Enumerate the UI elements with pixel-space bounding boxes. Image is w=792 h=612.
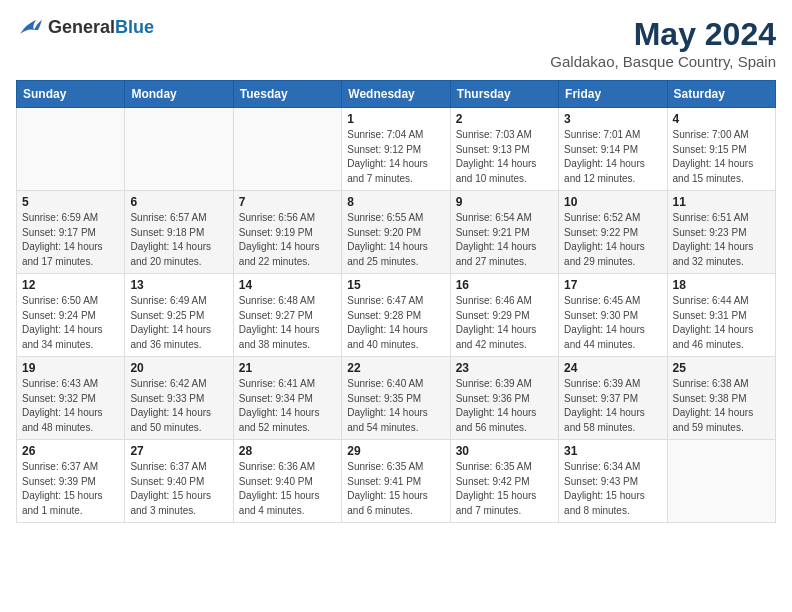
calendar-cell: 28Sunrise: 6:36 AM Sunset: 9:40 PM Dayli…: [233, 440, 341, 523]
day-info: Sunrise: 6:37 AM Sunset: 9:40 PM Dayligh…: [130, 460, 227, 518]
logo: GeneralBlue: [16, 16, 154, 38]
day-number: 21: [239, 361, 336, 375]
day-info: Sunrise: 6:45 AM Sunset: 9:30 PM Dayligh…: [564, 294, 661, 352]
day-info: Sunrise: 6:39 AM Sunset: 9:36 PM Dayligh…: [456, 377, 553, 435]
weekday-header-wednesday: Wednesday: [342, 81, 450, 108]
page-header: GeneralBlue May 2024 Galdakao, Basque Co…: [16, 16, 776, 70]
day-info: Sunrise: 6:37 AM Sunset: 9:39 PM Dayligh…: [22, 460, 119, 518]
day-info: Sunrise: 6:47 AM Sunset: 9:28 PM Dayligh…: [347, 294, 444, 352]
day-number: 2: [456, 112, 553, 126]
calendar-table: SundayMondayTuesdayWednesdayThursdayFrid…: [16, 80, 776, 523]
calendar-cell: 14Sunrise: 6:48 AM Sunset: 9:27 PM Dayli…: [233, 274, 341, 357]
day-number: 7: [239, 195, 336, 209]
calendar-cell: 4Sunrise: 7:00 AM Sunset: 9:15 PM Daylig…: [667, 108, 775, 191]
day-info: Sunrise: 6:55 AM Sunset: 9:20 PM Dayligh…: [347, 211, 444, 269]
day-info: Sunrise: 6:34 AM Sunset: 9:43 PM Dayligh…: [564, 460, 661, 518]
day-info: Sunrise: 6:36 AM Sunset: 9:40 PM Dayligh…: [239, 460, 336, 518]
day-info: Sunrise: 6:57 AM Sunset: 9:18 PM Dayligh…: [130, 211, 227, 269]
calendar-cell: 22Sunrise: 6:40 AM Sunset: 9:35 PM Dayli…: [342, 357, 450, 440]
day-info: Sunrise: 6:52 AM Sunset: 9:22 PM Dayligh…: [564, 211, 661, 269]
day-info: Sunrise: 6:46 AM Sunset: 9:29 PM Dayligh…: [456, 294, 553, 352]
day-info: Sunrise: 6:39 AM Sunset: 9:37 PM Dayligh…: [564, 377, 661, 435]
day-number: 28: [239, 444, 336, 458]
calendar-cell: 27Sunrise: 6:37 AM Sunset: 9:40 PM Dayli…: [125, 440, 233, 523]
logo-icon: [16, 16, 44, 38]
calendar-week-row: 19Sunrise: 6:43 AM Sunset: 9:32 PM Dayli…: [17, 357, 776, 440]
day-number: 12: [22, 278, 119, 292]
calendar-cell: 24Sunrise: 6:39 AM Sunset: 9:37 PM Dayli…: [559, 357, 667, 440]
day-number: 5: [22, 195, 119, 209]
day-number: 11: [673, 195, 770, 209]
day-number: 30: [456, 444, 553, 458]
title-block: May 2024 Galdakao, Basque Country, Spain: [550, 16, 776, 70]
main-title: May 2024: [550, 16, 776, 53]
calendar-cell: 15Sunrise: 6:47 AM Sunset: 9:28 PM Dayli…: [342, 274, 450, 357]
day-number: 26: [22, 444, 119, 458]
day-info: Sunrise: 6:48 AM Sunset: 9:27 PM Dayligh…: [239, 294, 336, 352]
calendar-header-row: SundayMondayTuesdayWednesdayThursdayFrid…: [17, 81, 776, 108]
calendar-cell: 25Sunrise: 6:38 AM Sunset: 9:38 PM Dayli…: [667, 357, 775, 440]
day-number: 17: [564, 278, 661, 292]
calendar-cell: 31Sunrise: 6:34 AM Sunset: 9:43 PM Dayli…: [559, 440, 667, 523]
calendar-cell: 19Sunrise: 6:43 AM Sunset: 9:32 PM Dayli…: [17, 357, 125, 440]
day-info: Sunrise: 6:42 AM Sunset: 9:33 PM Dayligh…: [130, 377, 227, 435]
day-info: Sunrise: 6:35 AM Sunset: 9:42 PM Dayligh…: [456, 460, 553, 518]
day-info: Sunrise: 6:43 AM Sunset: 9:32 PM Dayligh…: [22, 377, 119, 435]
day-number: 13: [130, 278, 227, 292]
calendar-cell: [125, 108, 233, 191]
day-info: Sunrise: 6:38 AM Sunset: 9:38 PM Dayligh…: [673, 377, 770, 435]
calendar-cell: 13Sunrise: 6:49 AM Sunset: 9:25 PM Dayli…: [125, 274, 233, 357]
day-number: 14: [239, 278, 336, 292]
calendar-cell: 7Sunrise: 6:56 AM Sunset: 9:19 PM Daylig…: [233, 191, 341, 274]
day-info: Sunrise: 7:03 AM Sunset: 9:13 PM Dayligh…: [456, 128, 553, 186]
calendar-cell: 5Sunrise: 6:59 AM Sunset: 9:17 PM Daylig…: [17, 191, 125, 274]
weekday-header-thursday: Thursday: [450, 81, 558, 108]
calendar-cell: 18Sunrise: 6:44 AM Sunset: 9:31 PM Dayli…: [667, 274, 775, 357]
calendar-cell: 10Sunrise: 6:52 AM Sunset: 9:22 PM Dayli…: [559, 191, 667, 274]
calendar-cell: 20Sunrise: 6:42 AM Sunset: 9:33 PM Dayli…: [125, 357, 233, 440]
day-number: 27: [130, 444, 227, 458]
day-number: 16: [456, 278, 553, 292]
calendar-cell: 3Sunrise: 7:01 AM Sunset: 9:14 PM Daylig…: [559, 108, 667, 191]
calendar-cell: [667, 440, 775, 523]
day-number: 23: [456, 361, 553, 375]
day-info: Sunrise: 7:00 AM Sunset: 9:15 PM Dayligh…: [673, 128, 770, 186]
weekday-header-friday: Friday: [559, 81, 667, 108]
day-number: 4: [673, 112, 770, 126]
day-info: Sunrise: 6:54 AM Sunset: 9:21 PM Dayligh…: [456, 211, 553, 269]
day-number: 3: [564, 112, 661, 126]
day-number: 6: [130, 195, 227, 209]
day-number: 15: [347, 278, 444, 292]
calendar-cell: 30Sunrise: 6:35 AM Sunset: 9:42 PM Dayli…: [450, 440, 558, 523]
day-number: 19: [22, 361, 119, 375]
day-number: 24: [564, 361, 661, 375]
calendar-cell: 23Sunrise: 6:39 AM Sunset: 9:36 PM Dayli…: [450, 357, 558, 440]
day-info: Sunrise: 7:01 AM Sunset: 9:14 PM Dayligh…: [564, 128, 661, 186]
weekday-header-tuesday: Tuesday: [233, 81, 341, 108]
calendar-cell: 26Sunrise: 6:37 AM Sunset: 9:39 PM Dayli…: [17, 440, 125, 523]
calendar-cell: [233, 108, 341, 191]
subtitle: Galdakao, Basque Country, Spain: [550, 53, 776, 70]
day-info: Sunrise: 6:41 AM Sunset: 9:34 PM Dayligh…: [239, 377, 336, 435]
calendar-week-row: 1Sunrise: 7:04 AM Sunset: 9:12 PM Daylig…: [17, 108, 776, 191]
day-number: 20: [130, 361, 227, 375]
calendar-week-row: 26Sunrise: 6:37 AM Sunset: 9:39 PM Dayli…: [17, 440, 776, 523]
day-info: Sunrise: 6:50 AM Sunset: 9:24 PM Dayligh…: [22, 294, 119, 352]
calendar-week-row: 12Sunrise: 6:50 AM Sunset: 9:24 PM Dayli…: [17, 274, 776, 357]
day-info: Sunrise: 6:56 AM Sunset: 9:19 PM Dayligh…: [239, 211, 336, 269]
calendar-cell: 29Sunrise: 6:35 AM Sunset: 9:41 PM Dayli…: [342, 440, 450, 523]
calendar-cell: 1Sunrise: 7:04 AM Sunset: 9:12 PM Daylig…: [342, 108, 450, 191]
day-number: 1: [347, 112, 444, 126]
day-number: 25: [673, 361, 770, 375]
calendar-cell: 12Sunrise: 6:50 AM Sunset: 9:24 PM Dayli…: [17, 274, 125, 357]
day-info: Sunrise: 6:40 AM Sunset: 9:35 PM Dayligh…: [347, 377, 444, 435]
weekday-header-saturday: Saturday: [667, 81, 775, 108]
calendar-cell: 9Sunrise: 6:54 AM Sunset: 9:21 PM Daylig…: [450, 191, 558, 274]
day-info: Sunrise: 6:49 AM Sunset: 9:25 PM Dayligh…: [130, 294, 227, 352]
day-number: 29: [347, 444, 444, 458]
calendar-cell: 16Sunrise: 6:46 AM Sunset: 9:29 PM Dayli…: [450, 274, 558, 357]
logo-text-general: General: [48, 17, 115, 37]
calendar-cell: 8Sunrise: 6:55 AM Sunset: 9:20 PM Daylig…: [342, 191, 450, 274]
calendar-cell: 6Sunrise: 6:57 AM Sunset: 9:18 PM Daylig…: [125, 191, 233, 274]
weekday-header-sunday: Sunday: [17, 81, 125, 108]
